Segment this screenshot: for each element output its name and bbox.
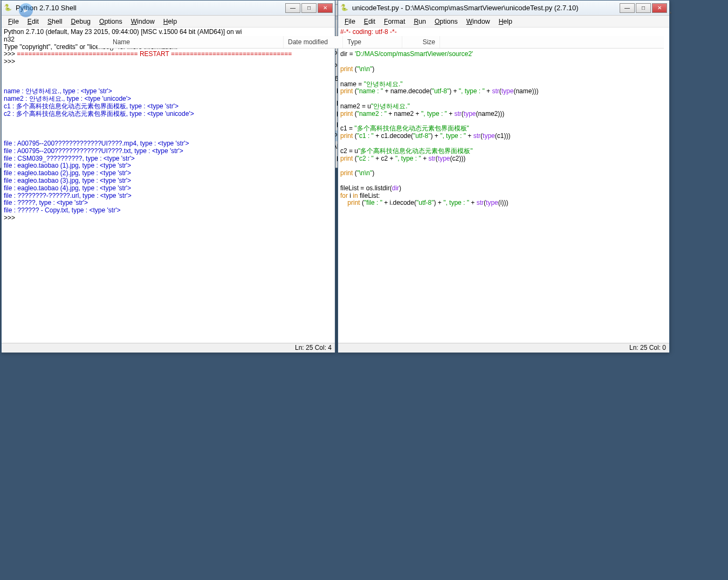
python-icon: 🐍 — [4, 4, 12, 12]
editor-menubar: FileEditFormatRunOptionsWindowHelp — [338, 16, 669, 27]
menu-window[interactable]: Window — [127, 17, 159, 26]
minimize-button[interactable]: — — [620, 3, 635, 13]
menu-help[interactable]: Help — [495, 17, 517, 26]
minimize-button[interactable]: — — [285, 3, 300, 13]
menu-edit[interactable]: Edit — [360, 17, 380, 26]
python-shell-window: 🐍 Python 2.7.10 Shell — □ ✕ FileEditShel… — [1, 0, 335, 352]
column-type[interactable]: Type — [343, 36, 402, 48]
forward-button[interactable]: ► — [19, 3, 33, 17]
shell-statusbar: Ln: 25 Col: 4 — [2, 343, 335, 353]
menu-file[interactable]: File — [340, 17, 360, 26]
menu-edit[interactable]: Edit — [23, 17, 43, 26]
menu-shell[interactable]: Shell — [43, 17, 66, 26]
column-name[interactable]: Name — [98, 36, 284, 48]
close-button[interactable]: ✕ — [652, 3, 667, 13]
maximize-button[interactable]: □ — [301, 3, 317, 13]
menu-options[interactable]: Options — [95, 17, 127, 26]
menu-window[interactable]: Window — [462, 17, 495, 26]
shell-title: Python 2.7.10 Shell — [16, 4, 284, 12]
menu-run[interactable]: Run — [409, 17, 430, 26]
file-list-header: Name Date modified Type Size — [98, 36, 664, 49]
shell-output[interactable]: Python 2.7.10 (default, May 23 2015, 09:… — [2, 27, 335, 343]
column-size[interactable]: Size — [402, 36, 440, 48]
menu-debug[interactable]: Debug — [67, 17, 95, 26]
close-button[interactable]: ✕ — [318, 3, 333, 13]
editor-code[interactable]: #-*- coding: utf-8 -*-import os, sys dir… — [338, 27, 669, 343]
maximize-button[interactable]: □ — [636, 3, 651, 13]
python-editor-window: 🐍 unicodeTest.py - D:\MAS\comp\masSmartV… — [338, 0, 670, 352]
editor-title: unicodeTest.py - D:\MAS\comp\masSmartVie… — [352, 4, 619, 12]
python-icon: 🐍 — [340, 4, 349, 12]
window-controls: — □ ✕ — [619, 3, 667, 13]
menu-file[interactable]: File — [4, 17, 23, 26]
editor-titlebar[interactable]: 🐍 unicodeTest.py - D:\MAS\comp\masSmartV… — [338, 1, 669, 16]
menu-help[interactable]: Help — [159, 17, 181, 26]
window-controls: — □ ✕ — [284, 3, 333, 13]
shell-menubar: FileEditShellDebugOptionsWindowHelp — [2, 16, 335, 27]
column-date[interactable]: Date modified — [284, 36, 343, 48]
editor-statusbar: Ln: 25 Col: 0 — [338, 343, 669, 353]
menu-options[interactable]: Options — [430, 17, 462, 26]
shell-titlebar[interactable]: 🐍 Python 2.7.10 Shell — □ ✕ — [2, 1, 335, 16]
menu-format[interactable]: Format — [380, 17, 409, 26]
